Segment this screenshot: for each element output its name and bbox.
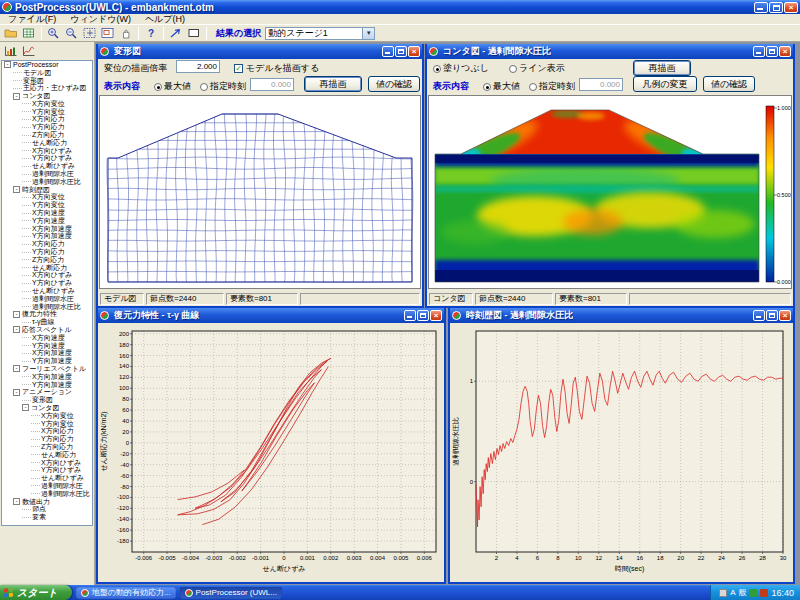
radio-dot-icon bbox=[529, 83, 537, 91]
ime-mode-general[interactable]: 般 bbox=[738, 587, 746, 598]
change-legend-button[interactable]: 凡例の変更 bbox=[633, 76, 697, 92]
tray-app-icon[interactable] bbox=[719, 589, 727, 597]
tree-connector bbox=[31, 415, 40, 416]
redraw-button[interactable]: 再描画 bbox=[304, 76, 362, 92]
redraw-button[interactable]: 再描画 bbox=[633, 60, 691, 76]
svg-text:0.001: 0.001 bbox=[300, 555, 316, 561]
tree-expand-icon[interactable]: - bbox=[13, 186, 20, 193]
close-button[interactable]: × bbox=[779, 310, 791, 321]
time-history-window-titlebar[interactable]: 時刻歴図 - 過剰間隙水圧比 × bbox=[450, 308, 793, 323]
toolbar: ? 結果の選択 動的ステージ1 ▼ bbox=[0, 25, 800, 42]
max-value-radio[interactable]: 最大値 bbox=[154, 80, 191, 93]
maximize-button[interactable] bbox=[766, 310, 778, 321]
tree-expand-icon[interactable]: - bbox=[13, 311, 20, 318]
tree-connector bbox=[22, 228, 31, 229]
tray-alert-icon[interactable] bbox=[760, 589, 768, 597]
svg-text:22: 22 bbox=[698, 555, 705, 561]
minimize-button[interactable] bbox=[404, 310, 416, 321]
zoom-out-button[interactable] bbox=[63, 26, 81, 41]
status-elements: 要素数=801 bbox=[226, 293, 298, 305]
taskbar-task-1[interactable]: 地盤の動的有効応力... bbox=[76, 587, 176, 599]
combo-dropdown-icon[interactable]: ▼ bbox=[362, 28, 374, 39]
close-button[interactable]: × bbox=[779, 46, 791, 57]
tray-status-icon[interactable] bbox=[749, 589, 757, 597]
zoom-in-button[interactable] bbox=[45, 26, 63, 41]
scale-input[interactable] bbox=[176, 60, 220, 73]
tree-expand-icon[interactable]: - bbox=[4, 61, 11, 68]
fill-radio[interactable]: 塗りつぶし bbox=[433, 62, 489, 75]
close-button[interactable]: × bbox=[408, 46, 420, 57]
ime-mode-a[interactable]: A bbox=[730, 588, 735, 597]
hysteresis-chart-area: -0.006-0.005-0.004-0.003-0.002-0.00100.0… bbox=[98, 323, 444, 582]
time-history-chart: 2468101214161820222426283001時間(sec)過剰間隙水… bbox=[450, 323, 793, 580]
minimize-button[interactable] bbox=[382, 46, 394, 57]
minimize-button[interactable] bbox=[753, 46, 765, 57]
minimize-button[interactable] bbox=[753, 310, 765, 321]
tree-item[interactable]: 節点 bbox=[2, 505, 92, 513]
deform-window-titlebar[interactable]: 変形図 × bbox=[98, 44, 422, 59]
svg-text:過剰間隙水圧比: 過剰間隙水圧比 bbox=[452, 417, 460, 466]
tree-expand-icon[interactable]: - bbox=[13, 498, 20, 505]
zoom-window-button[interactable] bbox=[99, 26, 117, 41]
tree-item[interactable]: モデル図 bbox=[2, 69, 92, 77]
result-tree: -PostProcessorモデル図変形図主応力・主ひずみ図-コンタ図X方向変位… bbox=[1, 60, 93, 526]
deform-window-title: 変形図 bbox=[114, 45, 141, 58]
result-select-combo[interactable]: 動的ステージ1 ▼ bbox=[265, 27, 375, 40]
maximize-button[interactable] bbox=[766, 46, 778, 57]
select-rect-button[interactable] bbox=[185, 26, 203, 41]
tree-connector bbox=[22, 252, 31, 253]
specified-time-radio[interactable]: 指定時刻 bbox=[529, 80, 575, 93]
svg-text:6: 6 bbox=[536, 555, 540, 561]
svg-text:100: 100 bbox=[119, 385, 130, 391]
minimize-button[interactable] bbox=[754, 2, 768, 13]
tree-connector bbox=[22, 376, 31, 377]
check-values-button[interactable]: 値の確認 bbox=[703, 76, 755, 92]
pick-arrow-button[interactable] bbox=[167, 26, 185, 41]
tree-connector bbox=[22, 220, 31, 221]
svg-text:24: 24 bbox=[718, 555, 725, 561]
maximize-button[interactable] bbox=[395, 46, 407, 57]
taskbar-task-2[interactable]: PostProcessor (UWL... bbox=[180, 587, 282, 599]
bar-chart-button[interactable] bbox=[2, 43, 20, 58]
tree-item[interactable]: 要素 bbox=[2, 513, 92, 521]
close-button[interactable]: × bbox=[784, 2, 798, 13]
mdi-workspace: 変形図 × 変位の描画倍率 ✓ モデルを描画する 表示内容 最大値 bbox=[95, 42, 800, 585]
svg-text:-0.006: -0.006 bbox=[135, 555, 153, 561]
start-button[interactable]: スタート bbox=[0, 585, 72, 600]
svg-text:16: 16 bbox=[636, 555, 643, 561]
tree-expand-icon[interactable]: - bbox=[13, 389, 20, 396]
curve-chart-button[interactable] bbox=[20, 43, 38, 58]
maximize-button[interactable] bbox=[417, 310, 429, 321]
open-file-button[interactable] bbox=[2, 26, 20, 41]
menu-item[interactable]: ファイル(F) bbox=[2, 13, 62, 26]
check-values-button[interactable]: 値の確認 bbox=[368, 76, 420, 92]
status-mode: コンタ図 bbox=[429, 293, 473, 305]
tree-connector bbox=[22, 259, 31, 260]
svg-text:1: 1 bbox=[470, 378, 474, 384]
menu-item[interactable]: ウィンドウ(W) bbox=[64, 13, 137, 26]
hysteresis-window-titlebar[interactable]: 復元力特性 - τ-γ 曲線 × bbox=[98, 308, 444, 323]
tree-expand-icon[interactable]: - bbox=[13, 93, 20, 100]
max-value-radio[interactable]: 最大値 bbox=[483, 80, 520, 93]
status-spacer bbox=[300, 293, 420, 305]
tree-connector bbox=[31, 431, 40, 432]
tree-item[interactable]: -数値出力 bbox=[2, 498, 92, 506]
svg-text:80: 80 bbox=[122, 396, 129, 402]
tree-expand-icon[interactable]: - bbox=[22, 404, 29, 411]
line-display-radio[interactable]: ライン表示 bbox=[509, 62, 565, 75]
time-history-window: 時刻歴図 - 過剰間隙水圧比 × 24681012141618202224262… bbox=[448, 308, 795, 584]
hysteresis-chart: -0.006-0.005-0.004-0.003-0.002-0.00100.0… bbox=[98, 323, 444, 580]
help-button[interactable]: ? bbox=[142, 26, 160, 41]
menu-item[interactable]: ヘルプ(H) bbox=[139, 13, 191, 26]
taskbar-clock: 16:40 bbox=[771, 588, 794, 598]
contour-window-titlebar[interactable]: コンタ図 - 過剰間隙水圧比 × bbox=[427, 44, 793, 59]
zoom-fit-button[interactable] bbox=[81, 26, 99, 41]
specified-time-radio[interactable]: 指定時刻 bbox=[200, 80, 246, 93]
pan-hand-button[interactable] bbox=[117, 26, 135, 41]
close-button[interactable]: × bbox=[430, 310, 442, 321]
table-button[interactable] bbox=[20, 26, 38, 41]
tree-expand-icon[interactable]: - bbox=[13, 365, 20, 372]
tree-expand-icon[interactable]: - bbox=[13, 326, 20, 333]
draw-model-checkbox[interactable]: ✓ モデルを描画する bbox=[234, 62, 319, 75]
maximize-button[interactable] bbox=[769, 2, 783, 13]
